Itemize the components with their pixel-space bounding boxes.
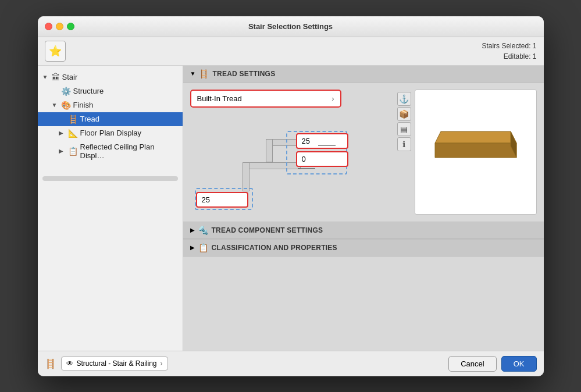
minimize-button[interactable] <box>56 23 63 30</box>
tread-type-dropdown[interactable]: Built-In Tread › <box>190 90 341 108</box>
sidebar: 🏛 Stair ⚙️ Structure 🎨 Finish 🪜 Tread <box>38 66 183 351</box>
classification-title: CLASSIFICATION AND PROPERTIES <box>212 244 337 252</box>
riser2 <box>243 162 249 191</box>
grid-icon-btn[interactable]: ▤ <box>397 122 411 136</box>
stair-diagram <box>190 116 376 215</box>
component-icon: 🔩 <box>198 226 208 235</box>
classification-icon: 📋 <box>198 243 208 252</box>
svg-marker-1 <box>435 143 516 158</box>
riser1 <box>266 139 273 162</box>
tree-arrow-reflected <box>59 148 66 154</box>
tread-component-header[interactable]: ▶ 🔩 TREAD COMPONENT SETTINGS <box>183 222 544 239</box>
tree-arrow-stair <box>42 74 49 80</box>
input-group <box>296 133 348 167</box>
sidebar-item-stair[interactable]: 🏛 Stair <box>38 70 183 84</box>
cube-icon-btn[interactable]: 📦 <box>397 107 411 121</box>
traffic-lights <box>45 23 74 30</box>
sidebar-item-structure[interactable]: ⚙️ Structure <box>38 84 183 98</box>
tread-settings-body: Built-In Tread › <box>183 83 544 222</box>
tread-component-section: ▶ 🔩 TREAD COMPONENT SETTINGS <box>183 222 544 239</box>
section-arrow-component: ▶ <box>190 227 195 233</box>
tread-preview <box>415 90 537 215</box>
sidebar-item-floor-plan[interactable]: 📐 Floor Plan Display <box>38 126 183 140</box>
classification-section: ▶ 📋 CLASSIFICATION AND PROPERTIES <box>183 239 544 256</box>
eye-icon: 👁 <box>66 359 73 368</box>
tread-settings-icon: 🪜 <box>199 69 209 79</box>
close-button[interactable] <box>45 23 52 30</box>
sidebar-scrollbar[interactable] <box>42 176 178 181</box>
floor-icon: 📐 <box>68 129 78 138</box>
sidebar-item-finish[interactable]: 🎨 Finish <box>38 98 183 112</box>
side-icons: ⚓ 📦 ▤ ℹ <box>396 90 412 215</box>
tread-controls: Built-In Tread › <box>190 90 389 215</box>
dropdown-chevron2-icon: › <box>161 359 163 368</box>
dropdown-chevron-icon: › <box>332 94 334 103</box>
section-arrow-tread: ▼ <box>190 70 196 77</box>
content-area: ▼ 🪜 TREAD SETTINGS Built-In Tread › <box>183 66 544 351</box>
spacer-area <box>183 256 544 351</box>
main-window: Stair Selection Settings ⭐ Stairs Select… <box>38 16 544 376</box>
toolbar-icon[interactable]: ⭐ <box>45 41 66 62</box>
tread-settings-header[interactable]: ▼ 🪜 TREAD SETTINGS <box>183 66 544 83</box>
tread-type-value: Built-In Tread <box>197 94 242 103</box>
window-title: Stair Selection Settings <box>248 22 333 31</box>
tread-offset-input[interactable] <box>296 151 348 167</box>
structure-icon: ⚙️ <box>61 87 71 96</box>
tree-arrow-finish <box>52 102 59 108</box>
tread-3d-svg <box>423 126 528 178</box>
tread-component-title: TREAD COMPONENT SETTINGS <box>212 226 323 234</box>
svg-marker-0 <box>435 131 516 143</box>
classification-header[interactable]: ▶ 📋 CLASSIFICATION AND PROPERTIES <box>183 240 544 256</box>
info-icon-btn[interactable]: ℹ <box>397 137 411 151</box>
section-arrow-class: ▶ <box>190 244 195 251</box>
selection-info: Stairs Selected: 1 Editable: 1 <box>482 41 536 62</box>
tree-arrow-floor <box>59 130 66 136</box>
top-toolbar: ⭐ Stairs Selected: 1 Editable: 1 <box>38 37 544 66</box>
titlebar: Stair Selection Settings <box>38 16 544 37</box>
arrow-line2 <box>298 168 315 169</box>
tread-icon: 🪜 <box>68 115 78 124</box>
arrow-line1 <box>318 145 336 146</box>
dropdown-row: Built-In Tread › <box>190 90 389 108</box>
tread-width-input[interactable] <box>196 192 248 208</box>
footer-right: Cancel OK <box>448 356 536 372</box>
ok-button[interactable]: OK <box>501 356 537 372</box>
stair-icon: 🏛 <box>52 73 60 82</box>
footer-stair-icon: 🪜 <box>45 358 56 369</box>
bottom-input-wrap <box>196 192 248 208</box>
sidebar-item-reflected[interactable]: 📋 Reflected Ceiling Plan Displ… <box>38 140 183 162</box>
maximize-button[interactable] <box>67 23 74 30</box>
right-panel: ⚓ 📦 ▤ ℹ <box>396 90 537 215</box>
classification-dropdown-value: Structural - Stair & Railing <box>77 359 157 368</box>
reflected-icon: 📋 <box>68 147 78 156</box>
main-content: 🏛 Stair ⚙️ Structure 🎨 Finish 🪜 Tread <box>38 66 544 351</box>
footer-bar: 🪜 👁 Structural - Stair & Railing › Cance… <box>38 351 544 376</box>
sidebar-item-tread[interactable]: 🪜 Tread <box>38 112 183 126</box>
classification-dropdown[interactable]: 👁 Structural - Stair & Railing › <box>61 357 168 370</box>
footer-left: 🪜 👁 Structural - Stair & Railing › <box>45 357 168 370</box>
tread-depth-input[interactable] <box>296 133 348 149</box>
tread-settings-title: TREAD SETTINGS <box>212 70 275 78</box>
step-mid <box>243 162 301 169</box>
cancel-button[interactable]: Cancel <box>448 356 496 372</box>
finish-icon: 🎨 <box>61 101 71 110</box>
anchor-icon-btn[interactable]: ⚓ <box>397 92 411 106</box>
